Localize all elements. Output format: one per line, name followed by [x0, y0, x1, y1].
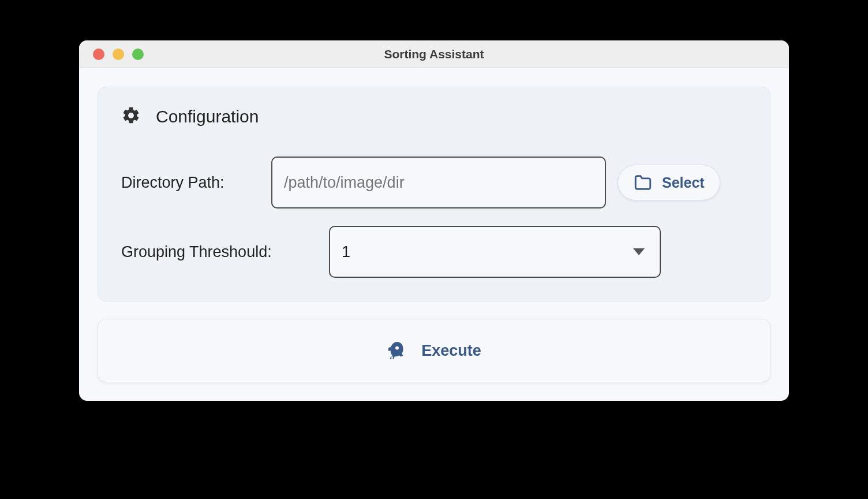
minimize-window-button[interactable]	[113, 49, 124, 60]
execute-label: Execute	[421, 342, 481, 360]
select-button-label: Select	[662, 174, 705, 191]
directory-path-input[interactable]	[271, 157, 606, 208]
configuration-card: Configuration Directory Path: Select Gro…	[98, 87, 770, 301]
grouping-threshold-row: Grouping Threshould: 1	[121, 226, 747, 278]
configuration-title: Configuration	[156, 107, 259, 126]
fullscreen-window-button[interactable]	[132, 49, 144, 60]
directory-path-label: Directory Path:	[121, 174, 260, 192]
gear-icon	[121, 106, 141, 128]
execute-button[interactable]: Execute	[98, 319, 770, 382]
app-window: Sorting Assistant Configuration Director…	[79, 40, 789, 401]
directory-path-row: Directory Path: Select	[121, 157, 747, 208]
window-controls	[93, 49, 144, 60]
select-directory-button[interactable]: Select	[618, 165, 720, 200]
grouping-threshold-select[interactable]: 1	[329, 226, 661, 278]
grouping-threshold-select-wrap: 1	[329, 226, 661, 278]
window-title: Sorting Assistant	[79, 47, 789, 61]
folder-icon	[633, 173, 653, 192]
window-content: Configuration Directory Path: Select Gro…	[79, 68, 789, 401]
rocket-icon	[387, 340, 407, 361]
titlebar: Sorting Assistant	[79, 40, 789, 68]
close-window-button[interactable]	[93, 49, 104, 60]
configuration-header: Configuration	[121, 106, 747, 128]
grouping-threshold-label: Grouping Threshould:	[121, 243, 317, 261]
